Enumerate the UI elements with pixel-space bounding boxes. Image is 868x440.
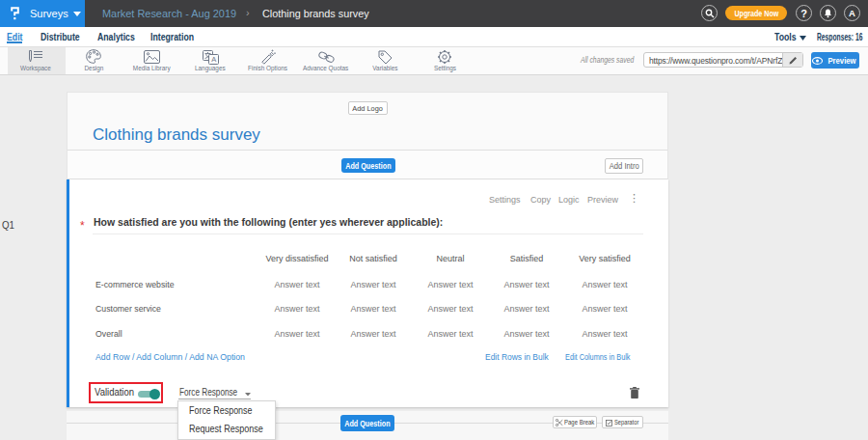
svg-text:A: A <box>211 55 216 64</box>
